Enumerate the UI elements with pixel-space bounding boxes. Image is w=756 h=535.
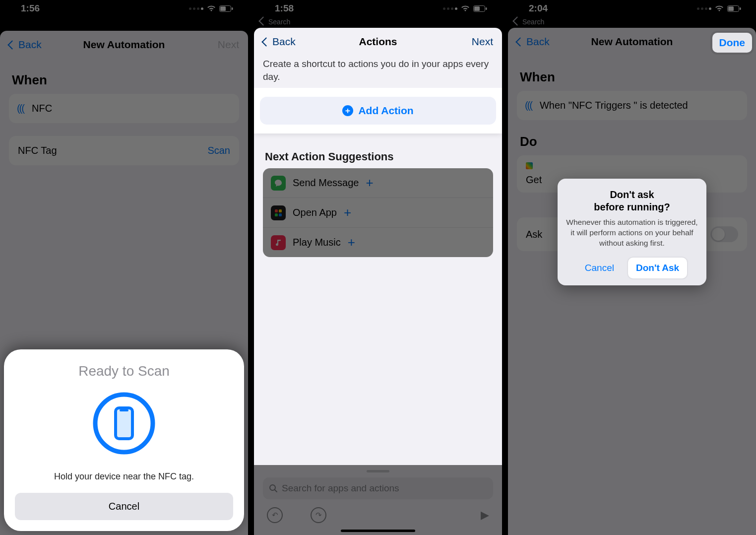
nfc-row-label: NFC — [32, 103, 230, 114]
intro-text: Create a shortcut to actions you do in y… — [263, 58, 493, 83]
svg-rect-11 — [275, 213, 278, 216]
next-button-disabled: Next — [199, 39, 239, 51]
chevron-left-icon — [9, 39, 16, 51]
cell-signal-icon — [443, 7, 457, 10]
open-app-icon — [271, 205, 286, 220]
nfc-icon: ))) — [18, 103, 25, 114]
add-action-button[interactable]: ＋ Add Action — [260, 97, 496, 125]
chevron-left-icon — [514, 18, 521, 26]
nfc-icon: ))) — [526, 100, 533, 111]
svg-rect-10 — [279, 209, 282, 212]
run-button[interactable]: ▶ — [481, 509, 489, 522]
nfc-scan-sheet: Ready to Scan Hold your device near the … — [4, 349, 244, 531]
cell-signal-icon — [697, 7, 711, 10]
wifi-icon — [206, 5, 216, 12]
when-condition-text: When "NFC Triggers " is detected — [540, 100, 738, 111]
status-time: 2:04 — [529, 3, 548, 14]
svg-rect-7 — [474, 6, 480, 11]
status-time: 1:58 — [275, 3, 294, 14]
suggestions-header: Next Action Suggestions — [265, 150, 493, 163]
plus-icon[interactable]: + — [348, 235, 355, 250]
when-header: When — [12, 72, 236, 88]
battery-icon — [473, 5, 487, 12]
svg-line-14 — [275, 490, 277, 492]
scan-link[interactable]: Scan — [207, 145, 230, 156]
nfc-phone-icon — [15, 391, 233, 458]
back-button[interactable]: Back — [263, 36, 303, 48]
status-icons — [189, 5, 233, 12]
wifi-icon — [460, 5, 470, 12]
breadcrumb-back[interactable]: Search — [254, 17, 502, 29]
undo-button[interactable]: ↶ — [267, 507, 283, 523]
back-button[interactable]: Back — [9, 39, 49, 51]
plus-icon[interactable]: + — [366, 175, 373, 191]
do-header: Do — [520, 134, 744, 149]
suggestion-play-music[interactable]: Play Music + — [263, 227, 493, 257]
nfc-tag-card: NFC Tag Scan — [9, 136, 239, 165]
chevron-left-icon — [260, 18, 267, 26]
next-button[interactable]: Next — [453, 36, 493, 48]
nfc-sheet-message: Hold your device near the NFC tag. — [15, 471, 233, 482]
nav-bar: Back New Automation Next — [0, 31, 248, 59]
status-icons — [443, 5, 487, 12]
phone-screen-2: 1:58 Search — [254, 0, 502, 535]
add-action-highlight: ＋ Add Action — [254, 88, 502, 134]
plus-circle-icon: ＋ — [342, 105, 353, 116]
redo-button[interactable]: ↷ — [311, 507, 326, 523]
alert-confirm-button[interactable]: Don't Ask — [628, 258, 687, 278]
drag-handle[interactable] — [367, 470, 389, 472]
status-bar: 1:58 — [254, 0, 502, 17]
nfc-sheet-title: Ready to Scan — [15, 363, 233, 379]
breadcrumb-back[interactable]: Search — [508, 17, 756, 29]
wifi-icon — [714, 5, 724, 12]
nav-bar: Back Actions Next — [254, 28, 502, 56]
nav-title: New Automation — [83, 39, 165, 51]
confirm-alert: Don't ask before running? Whenever this … — [558, 179, 706, 285]
status-time: 1:56 — [21, 3, 40, 14]
svg-rect-8 — [486, 7, 487, 10]
shortcuts-app-icon — [526, 162, 533, 169]
when-header: When — [520, 69, 744, 85]
music-app-icon — [271, 235, 286, 250]
cell-signal-icon — [189, 7, 203, 10]
chevron-left-icon — [263, 36, 270, 48]
alert-title: Don't ask before running? — [566, 189, 698, 213]
home-indicator[interactable] — [341, 530, 415, 532]
suggestions-list: Send Message + Open App + — [263, 168, 493, 257]
ask-toggle[interactable] — [710, 226, 738, 242]
battery-icon — [219, 5, 233, 12]
back-button[interactable]: Back — [517, 36, 557, 48]
nfc-tag-label: NFC Tag — [18, 145, 200, 156]
dimmed-background-2: 1:58 Search — [254, 0, 502, 29]
alert-cancel-button[interactable]: Cancel — [577, 258, 622, 278]
suggestion-open-app[interactable]: Open App + — [263, 198, 493, 227]
battery-icon — [727, 5, 741, 12]
nfc-cancel-button[interactable]: Cancel — [15, 493, 233, 520]
nfc-trigger-card[interactable]: ))) NFC — [9, 94, 239, 123]
svg-rect-16 — [728, 6, 734, 11]
phone-screen-3: 2:04 Search — [508, 0, 756, 535]
suggestion-send-message[interactable]: Send Message + — [263, 168, 493, 198]
svg-rect-5 — [120, 409, 128, 411]
svg-rect-4 — [116, 408, 132, 439]
status-bar: 2:04 — [508, 0, 756, 17]
alert-message: Whenever this automation is triggered, i… — [566, 217, 698, 249]
svg-rect-2 — [232, 7, 233, 10]
done-button[interactable]: Done — [712, 33, 753, 53]
phone-screen-1: 1:56 Back New Automat — [0, 0, 248, 535]
ask-label: Ask — [526, 229, 542, 240]
chevron-left-icon — [517, 36, 524, 48]
messages-app-icon — [271, 176, 286, 191]
nav-title: Actions — [359, 36, 397, 48]
search-input[interactable]: Search for apps and actions — [263, 477, 493, 499]
when-condition-card[interactable]: ))) When "NFC Triggers " is detected — [517, 91, 747, 120]
status-icons — [697, 5, 741, 12]
svg-rect-9 — [275, 209, 278, 212]
nav-title: New Automation — [591, 36, 673, 48]
plus-icon[interactable]: + — [344, 205, 351, 220]
status-bar: 1:56 — [0, 0, 248, 17]
svg-rect-17 — [740, 7, 741, 10]
search-icon — [269, 484, 278, 493]
actions-sheet: Back Actions Next Create a shortcut to a… — [254, 28, 502, 535]
svg-rect-1 — [220, 6, 226, 11]
